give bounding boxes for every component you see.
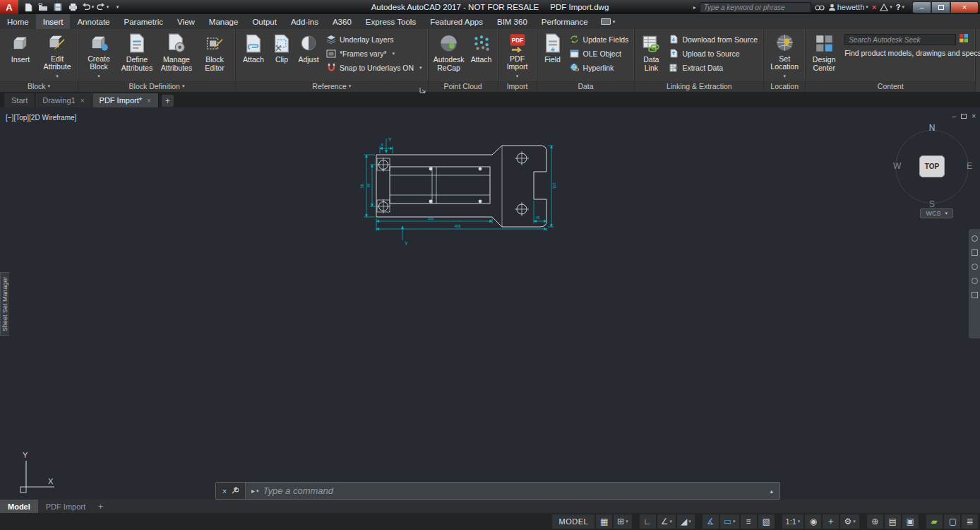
search-expand-icon[interactable]: ▸ (693, 4, 696, 11)
graphics-performance-toggle[interactable]: ▰ (926, 514, 943, 529)
autodesk-recap-button[interactable]: Autodesk ReCap (431, 30, 467, 80)
sheet-set-manager-tab[interactable]: Sheet Set Manager (0, 272, 9, 336)
tab-addins[interactable]: Add-ins (284, 14, 325, 29)
tab-bim360[interactable]: BIM 360 (490, 14, 534, 29)
clip-button[interactable]: Clip (269, 30, 294, 80)
tab-performance[interactable]: Performance (534, 14, 595, 29)
ole-object-button[interactable]: OLE Object (566, 47, 633, 59)
file-tab-drawing1[interactable]: Drawing1× (35, 93, 92, 107)
panel-title-linking[interactable]: Linking & Extraction (635, 80, 763, 92)
panel-title-data[interactable]: Data (537, 80, 635, 92)
upload-to-source-button[interactable]: Upload to Source (665, 47, 761, 59)
tab-insert[interactable]: Insert (36, 14, 71, 29)
snap-to-underlays-toggle[interactable]: Snap to Underlays ON (323, 61, 426, 73)
workspace-switcher[interactable]: ⚙▾ (840, 514, 859, 529)
layout-tab-model[interactable]: Model (0, 500, 38, 513)
viewcube[interactable]: N W E S TOP (890, 123, 974, 211)
panel-title-location[interactable]: Location (764, 80, 805, 92)
viewcube-south[interactable]: S (929, 199, 935, 209)
minimize-button[interactable]: – (912, 1, 931, 13)
viewport-close-icon[interactable]: × (972, 112, 976, 120)
tab-parametric[interactable]: Parametric (117, 14, 171, 29)
redo-icon[interactable]: ▾ (95, 1, 109, 13)
close-tab-icon[interactable]: × (80, 97, 85, 105)
grid-toggle[interactable]: ▦ (596, 514, 612, 529)
annotation-monitor-toggle[interactable]: ⊕ (867, 514, 883, 529)
attach-reference-button[interactable]: Attach (238, 30, 269, 80)
quick-properties-toggle[interactable]: ▤ (885, 514, 901, 529)
tab-a360[interactable]: A360 (325, 14, 359, 29)
drawing-canvas[interactable]: 8 88 60 300 408 45 113 Y Y Y X (0, 107, 980, 500)
customization-menu[interactable]: ≣ (962, 514, 978, 529)
layout-tab-pdf-import[interactable]: PDF Import (38, 500, 93, 513)
annotation-scale-button[interactable]: 1:1▾ (782, 514, 804, 529)
wcs-dropdown[interactable]: WCS (920, 208, 953, 218)
object-snap-tracking-toggle[interactable]: ∡ (703, 514, 719, 529)
tab-home[interactable]: Home (0, 14, 36, 29)
object-snap-toggle[interactable]: ▭▾ (720, 514, 739, 529)
snap-mode-toggle[interactable]: ⊞▾ (614, 514, 632, 529)
define-attributes-button[interactable]: Define Attributes (117, 30, 157, 80)
isodraft-toggle[interactable]: ◢▾ (677, 514, 695, 529)
frames-dropdown[interactable]: *Frames vary* (323, 47, 426, 59)
plot-icon[interactable] (66, 1, 80, 13)
command-prompt-icon[interactable]: ▸▾ (251, 487, 259, 495)
viewcube-top-face[interactable]: TOP (919, 155, 945, 177)
close-tab-icon[interactable]: × (147, 97, 151, 105)
new-file-icon[interactable] (21, 1, 35, 13)
autoscale-toggle[interactable]: + (823, 514, 839, 529)
file-tab-pdf-import[interactable]: PDF Import*× (92, 93, 159, 107)
tab-featured-apps[interactable]: Featured Apps (423, 14, 490, 29)
command-line-grip[interactable]: × (216, 483, 246, 499)
panel-title-content[interactable]: Content (806, 80, 975, 92)
extract-data-button[interactable]: Extract Data (665, 61, 761, 73)
orbit-icon[interactable] (972, 278, 978, 284)
viewport-restore-icon[interactable] (961, 114, 967, 119)
manage-attributes-button[interactable]: Manage Attributes (157, 30, 196, 80)
autocad-logo-icon[interactable]: A (0, 0, 18, 14)
signin-user[interactable]: hewetth ▾ (828, 3, 868, 11)
a360-x-icon[interactable]: × (872, 3, 876, 11)
viewcube-west[interactable]: W (893, 161, 901, 171)
design-center-button[interactable]: Design Center (808, 30, 840, 80)
block-editor-button[interactable]: Block Editor (196, 30, 233, 80)
infocenter-search-input[interactable] (700, 2, 811, 13)
underlay-layers-button[interactable]: Underlay Layers (323, 33, 426, 45)
panel-title-block[interactable]: Block (0, 80, 78, 92)
field-button[interactable]: Field (539, 30, 566, 80)
close-button[interactable]: × (950, 1, 979, 13)
zoom-icon[interactable] (972, 264, 978, 270)
command-close-icon[interactable]: × (222, 487, 227, 495)
panel-title-block-definition[interactable]: Block Definition (78, 80, 235, 92)
command-line[interactable]: × ▸▾ ▴ (215, 482, 780, 500)
create-block-button[interactable]: Create Block (80, 30, 117, 80)
a360-menu[interactable]: ▾ (880, 4, 892, 11)
panel-title-point-cloud[interactable]: Point Cloud (429, 80, 498, 92)
viewcube-east[interactable]: E (967, 161, 972, 171)
tab-manage[interactable]: Manage (202, 14, 246, 29)
viewport-controls-label[interactable]: [−][Top][2D Wireframe] (6, 114, 76, 122)
data-link-button[interactable]: Data Link (637, 30, 665, 80)
command-history-icon[interactable]: ▴ (770, 488, 773, 495)
reference-dialog-launcher-icon[interactable] (419, 83, 426, 90)
lock-ui-toggle[interactable]: ▣ (902, 514, 919, 529)
panel-title-reference[interactable]: Reference (236, 80, 428, 92)
help-menu[interactable]: ? ▾ (896, 3, 904, 11)
set-location-button[interactable]: Set Location (766, 30, 803, 80)
viewcube-north[interactable]: N (929, 123, 936, 133)
download-from-source-button[interactable]: Download from Source (665, 33, 761, 45)
autodesk-seek-input[interactable] (844, 34, 956, 45)
command-input[interactable] (263, 485, 770, 496)
panel-title-import[interactable]: Import (498, 80, 537, 92)
lineweight-toggle[interactable]: ≡ (741, 514, 757, 529)
showmotion-icon[interactable] (972, 292, 978, 298)
polar-tracking-toggle[interactable]: ∠▾ (657, 514, 676, 529)
tab-express-tools[interactable]: Express Tools (359, 14, 423, 29)
save-icon[interactable] (51, 1, 65, 13)
command-customize-icon[interactable] (231, 485, 239, 497)
new-layout-button[interactable]: + (98, 502, 103, 512)
clean-screen-toggle[interactable]: ▢ (944, 514, 960, 529)
pan-icon[interactable] (972, 249, 978, 256)
file-tab-start[interactable]: Start (4, 93, 35, 107)
insert-block-button[interactable]: Insert (2, 30, 39, 80)
